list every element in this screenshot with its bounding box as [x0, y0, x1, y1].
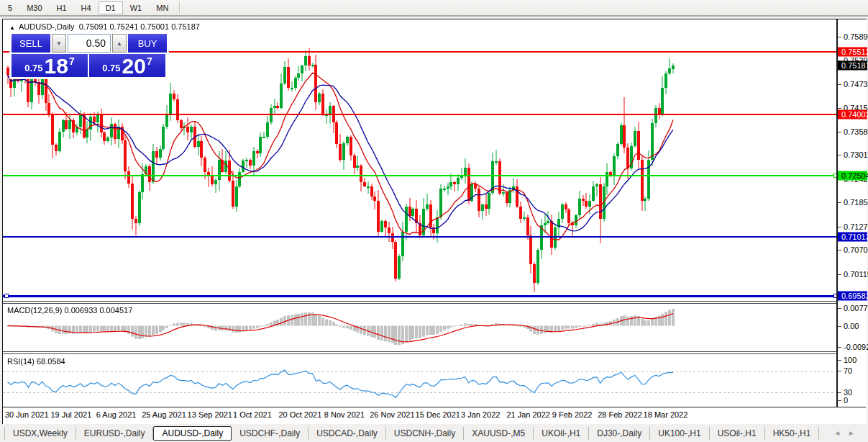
level-price-badge: 0.72504	[838, 171, 867, 181]
rsi-name: RSI(14)	[7, 357, 35, 366]
toolbar-separator	[179, 1, 181, 14]
volume-increase-button[interactable]: ▲	[112, 34, 127, 53]
chart-title: ▲AUDUSD-,Daily 0.75091 0.75241 0.75001 0…	[9, 22, 200, 31]
buy-price-big: 20	[122, 56, 146, 76]
timeframe-tab-d1[interactable]: D1	[99, 1, 123, 14]
level-price-badge: 0.74002	[838, 109, 867, 119]
price-axis[interactable]: 0.758900.753050.747350.741500.735800.730…	[836, 19, 867, 407]
macd-values: 0.006933 0.004517	[64, 306, 132, 315]
timeframe-tab-mn[interactable]: MN	[149, 1, 175, 14]
time-tick-label: 19 Jul 2021	[50, 410, 91, 419]
buy-price-sup: 7	[147, 55, 152, 67]
timeframe-tab-h4[interactable]: H4	[74, 1, 99, 14]
rsi-tick-label: 100	[838, 356, 867, 364]
rsi-tick-label: 0	[838, 396, 867, 405]
symbol-tab-xauusd-m5[interactable]: XAUUSD-,M5	[464, 427, 534, 440]
current-price-badge: 0.75187	[838, 60, 867, 70]
rsi-value: 68.0584	[37, 357, 65, 366]
chart-symbol-period: AUDUSD-,Daily	[19, 22, 75, 31]
time-axis[interactable]: 30 Jun 202119 Jul 20216 Aug 202125 Aug 2…	[3, 407, 866, 424]
time-tick-label: 25 Aug 2021	[142, 410, 186, 419]
timeframe-tab-w1[interactable]: W1	[123, 1, 150, 14]
symbol-tab-audusd-daily[interactable]: AUDUSD-,Daily	[153, 426, 232, 441]
symbol-tab-uk100-h1[interactable]: UK100-,H1	[650, 427, 709, 440]
chart-ohlc-values: 0.75091 0.75241 0.75001 0.75187	[79, 22, 200, 31]
time-tick-label: 21 Jan 2022	[506, 410, 550, 419]
buy-price-small: 0.75	[102, 63, 120, 73]
symbol-tab-usdchf-daily[interactable]: USDCHF-,Daily	[232, 427, 309, 440]
sell-price-sup: 7	[69, 55, 75, 67]
price-tick-label: 0.73010	[838, 150, 867, 159]
timeframe-toolbar: 5M30H1H4D1W1MN	[0, 0, 868, 17]
sell-price-small: 0.75	[24, 63, 42, 73]
time-tick-label: 15 Dec 2021	[416, 410, 460, 419]
sell-button[interactable]: SELL	[12, 34, 50, 53]
macd-indicator-label: MACD(12,26,9) 0.006933 0.004517	[7, 306, 132, 315]
symbol-tab-dj30-daily[interactable]: DJ30-,Daily	[589, 427, 650, 440]
time-tick-label: 18 Mar 2022	[644, 410, 688, 419]
time-tick-label: 6 Aug 2021	[96, 410, 137, 419]
level-price-badge: 0.69582	[838, 292, 867, 301]
price-tick-label: 0.70115	[838, 270, 867, 279]
symbol-tab-hk50-h1[interactable]: HK50-,H1	[765, 427, 820, 440]
sell-price-big: 18	[45, 56, 68, 76]
volume-decrease-button[interactable]: ▼	[52, 34, 66, 53]
level-price-badge: 0.71013	[838, 233, 867, 242]
macd-tick-label: 0.007704	[838, 304, 867, 312]
symbol-tab-usdx-weekly[interactable]: USDX,Weekly	[4, 427, 76, 440]
level-price-badge: 0.75512	[838, 48, 867, 57]
chart-window: ▲AUDUSD-,Daily 0.75091 0.75241 0.75001 0…	[2, 19, 867, 424]
one-click-trading-panel: SELL ▼ ▲ BUY 0.75 18 7 0.75 20 7	[10, 32, 168, 78]
time-tick-label: 20 Oct 2021	[278, 410, 321, 419]
rsi-tick-label: 70	[838, 366, 867, 375]
macd-tick-label: -0.00926	[838, 343, 867, 351]
tabs-scroll-arrows[interactable]: ◄►	[833, 429, 862, 437]
timeframe-tab-5[interactable]: 5	[1, 1, 19, 14]
price-tick-label: 0.74735	[838, 80, 867, 89]
symbol-tab-ukoil-h1[interactable]: UKOil-,H1	[534, 427, 589, 440]
rsi-indicator-label: RSI(14) 68.0584	[7, 357, 65, 366]
time-tick-label: 13 Sep 2021	[188, 410, 232, 419]
sell-price-display[interactable]: 0.75 18 7	[12, 54, 88, 77]
price-tick-label: 0.70700	[838, 245, 867, 254]
collapse-triangle-icon: ▲	[9, 24, 15, 31]
price-tick-label: 0.73580	[838, 127, 867, 136]
timeframe-tab-m30[interactable]: M30	[19, 1, 49, 14]
price-tick-label: 0.71270	[838, 222, 867, 231]
symbol-tab-usdcad-daily[interactable]: USDCAD-,Daily	[309, 427, 386, 440]
symbol-tab-eurusd-daily[interactable]: EURUSD-,Daily	[76, 427, 154, 440]
time-tick-label: 3 Jan 2022	[461, 410, 500, 419]
time-tick-label: 1 Oct 2021	[233, 410, 272, 419]
price-tick-label: 0.71855	[838, 198, 867, 207]
time-tick-label: 8 Nov 2021	[324, 410, 365, 419]
buy-price-display[interactable]: 0.75 20 7	[89, 54, 165, 77]
time-tick-label: 26 Nov 2021	[370, 410, 414, 419]
time-tick-label: 28 Feb 2022	[598, 410, 642, 419]
macd-tick-label: 0.00	[838, 322, 867, 330]
time-tick-label: 30 Jun 2021	[5, 410, 49, 419]
price-tick-label: 0.75890	[838, 32, 867, 41]
timeframe-tab-h1[interactable]: H1	[50, 1, 74, 14]
symbol-tab-usoil-h1[interactable]: USOil-,H1	[710, 427, 765, 440]
symbol-tab-bar: USDX,WeeklyEURUSD-,DailyAUDUSD-,DailyUSD…	[0, 425, 868, 442]
time-tick-label: 9 Feb 2022	[552, 410, 593, 419]
symbol-tab-usdcnh-daily[interactable]: USDCNH-,Daily	[386, 427, 464, 440]
buy-button[interactable]: BUY	[128, 34, 167, 53]
volume-input[interactable]	[68, 34, 111, 53]
macd-name: MACD(12,26,9)	[7, 306, 62, 315]
